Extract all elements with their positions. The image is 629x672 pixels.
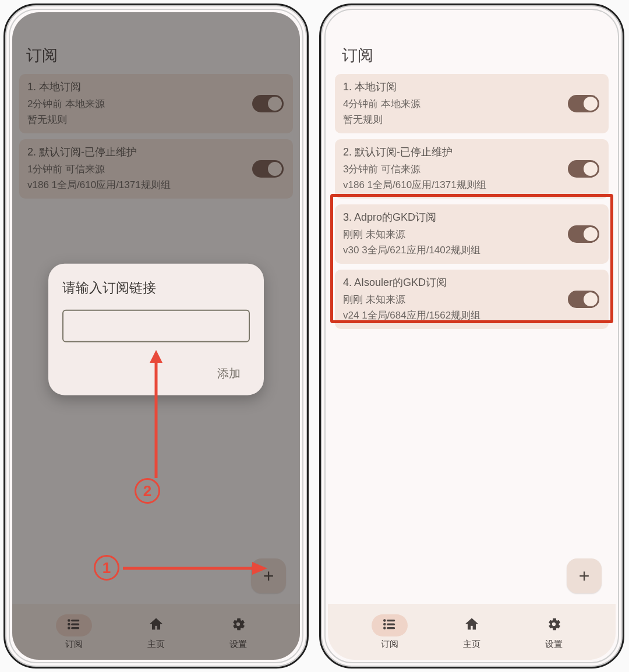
- card-subtitle: 刚刚 未知来源: [343, 293, 600, 306]
- svg-point-11: [384, 623, 386, 625]
- nav-home[interactable]: 主页: [443, 611, 500, 653]
- dialog-actions: 添加: [62, 360, 250, 387]
- nav-settings[interactable]: 设置: [525, 611, 582, 653]
- svg-point-10: [384, 619, 386, 621]
- svg-rect-13: [387, 620, 395, 621]
- phone-left: 订阅 1. 本地订阅 2分钟前 本地来源 暂无规则 2. 默认订阅-已停止维护 …: [3, 3, 309, 669]
- plus-icon: +: [579, 565, 590, 587]
- add-subscription-dialog: 请输入订阅链接 添加: [48, 264, 264, 395]
- phone-right: 订阅 1. 本地订阅 4分钟前 本地来源 暂无规则 2. 默认订阅-已停止维护 …: [319, 3, 624, 669]
- nav-label: 订阅: [381, 639, 398, 650]
- card-toggle[interactable]: [568, 160, 599, 178]
- nav-subscribe[interactable]: 订阅: [361, 611, 418, 653]
- card-title: 1. 本地订阅: [343, 80, 600, 94]
- toggle-thumb: [584, 97, 598, 111]
- card-toggle[interactable]: [568, 95, 599, 112]
- card-title: 3. Adpro的GKD订阅: [343, 210, 600, 224]
- svg-rect-15: [387, 627, 395, 628]
- home-icon: [454, 614, 490, 636]
- screen-right: 订阅 1. 本地订阅 4分钟前 本地来源 暂无规则 2. 默认订阅-已停止维护 …: [328, 12, 616, 660]
- subscription-card[interactable]: 1. 本地订阅 4分钟前 本地来源 暂无规则: [335, 74, 609, 133]
- screen-left: 订阅 1. 本地订阅 2分钟前 本地来源 暂无规则 2. 默认订阅-已停止维护 …: [12, 12, 300, 660]
- nav-label: 主页: [463, 639, 480, 650]
- toggle-thumb: [584, 162, 598, 176]
- card-subtitle: 3分钟前 可信来源: [343, 162, 600, 176]
- list-icon: [372, 614, 408, 636]
- toggle-thumb: [584, 227, 598, 241]
- card-meta: v186 1全局/610应用/1371规则组: [343, 178, 600, 192]
- toggle-thumb: [584, 292, 598, 306]
- card-meta: 暂无规则: [343, 113, 600, 126]
- card-meta: v30 3全局/621应用/1402规则组: [343, 243, 600, 257]
- page-title: 订阅: [328, 12, 616, 70]
- add-subscription-fab[interactable]: +: [567, 558, 602, 593]
- svg-rect-14: [387, 623, 395, 624]
- subscription-card[interactable]: 2. 默认订阅-已停止维护 3分钟前 可信来源 v186 1全局/610应用/1…: [335, 139, 609, 199]
- card-toggle[interactable]: [568, 291, 599, 308]
- gear-icon: [536, 614, 572, 636]
- subscription-card[interactable]: 3. Adpro的GKD订阅 刚刚 未知来源 v30 3全局/621应用/140…: [335, 204, 609, 264]
- nav-label: 设置: [545, 639, 563, 650]
- bottom-nav: 订阅 主页 设置: [328, 604, 616, 660]
- subscription-card[interactable]: 4. AIsouler的GKD订阅 刚刚 未知来源 v24 1全局/684应用/…: [335, 270, 609, 329]
- dialog-title: 请输入订阅链接: [62, 279, 250, 297]
- card-meta: v24 1全局/684应用/1562规则组: [343, 309, 600, 322]
- card-title: 2. 默认订阅-已停止维护: [343, 145, 600, 159]
- card-subtitle: 刚刚 未知来源: [343, 228, 600, 241]
- card-subtitle: 4分钟前 本地来源: [343, 97, 600, 111]
- svg-point-12: [384, 627, 386, 628]
- subscription-url-input[interactable]: [62, 310, 250, 342]
- subscription-list: 1. 本地订阅 4分钟前 本地来源 暂无规则 2. 默认订阅-已停止维护 3分钟…: [328, 70, 616, 333]
- card-title: 4. AIsouler的GKD订阅: [343, 275, 600, 289]
- add-button[interactable]: 添加: [208, 360, 250, 387]
- card-toggle[interactable]: [568, 225, 599, 243]
